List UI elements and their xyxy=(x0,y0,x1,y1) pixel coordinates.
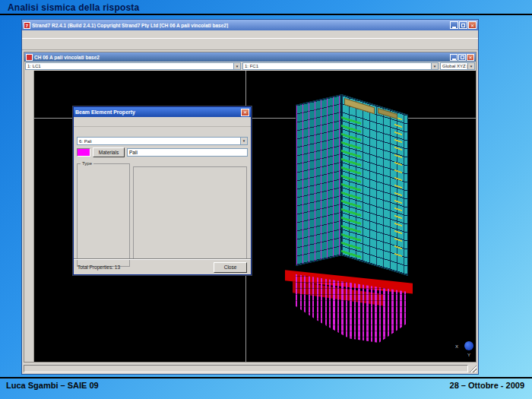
main-toolbar xyxy=(22,39,478,50)
entity-type-row xyxy=(74,127,251,136)
chevron-down-icon[interactable]: ▼ xyxy=(431,63,438,69)
dialog-close-button[interactable]: ✕ xyxy=(241,109,249,116)
model-window-title: CH 06 A pali vincolati base2 xyxy=(34,55,448,60)
app-logo-icon: 7 xyxy=(24,22,30,29)
total-properties-label: Total Properties: 13 xyxy=(78,264,214,270)
type-groupbox: Type xyxy=(77,163,130,267)
dialog-toolbar xyxy=(74,117,251,127)
child-close-button[interactable]: ✕ xyxy=(467,54,474,61)
app-titlebar[interactable]: 7 Strand7 R2.4.1 (Build 2.4.1) Copyright… xyxy=(22,20,478,30)
child-restore-button[interactable] xyxy=(458,54,466,61)
bottom-rule xyxy=(0,377,532,378)
property-name-row: Materials Pali xyxy=(74,146,251,158)
dialog-close-action-button[interactable]: Close xyxy=(214,262,247,273)
child-minimize-button[interactable] xyxy=(450,54,458,61)
app-title: Strand7 R2.4.1 (Build 2.4.1) Copyright S… xyxy=(32,23,448,28)
minimize-button[interactable] xyxy=(450,21,458,29)
dialog-footer: Total Properties: 13 Close xyxy=(74,259,251,274)
load-case-combo[interactable]: 1: LC1 ▼ xyxy=(25,62,241,70)
chevron-down-icon[interactable]: ▼ xyxy=(240,138,247,144)
property-color-swatch[interactable] xyxy=(77,148,90,157)
axis-triad-icon xyxy=(464,341,473,350)
slide-title: Analisi sismica della risposta xyxy=(8,2,139,13)
footer-author: Luca Sgambi – SAIE 09 xyxy=(6,381,99,390)
close-button[interactable]: ✕ xyxy=(468,21,477,29)
presentation-slide: { "slide": { "title": "Analisi sismica d… xyxy=(0,0,532,399)
axis-y-label: Y xyxy=(467,353,470,357)
resize-grip[interactable] xyxy=(469,365,477,372)
building-floor-slabs xyxy=(341,116,361,259)
footer-date: 28 – Ottobre - 2009 xyxy=(450,381,524,390)
status-filler xyxy=(24,365,468,372)
dialog-tabs xyxy=(133,157,247,166)
freedom-case-combo[interactable]: 1: FC1 ▼ xyxy=(242,62,439,70)
dialog-titlebar[interactable]: Beam Element Property ✕ xyxy=(74,107,251,117)
building-yellow-elements xyxy=(394,116,402,257)
type-group-label: Type xyxy=(81,161,93,166)
chevron-down-icon[interactable]: ▼ xyxy=(233,63,240,69)
property-select-combo[interactable]: 6: Pali ▼ xyxy=(77,137,248,145)
restore-button[interactable] xyxy=(459,21,467,29)
model-window-titlebar[interactable]: CH 06 A pali vincolati base2 ✕ xyxy=(24,52,476,62)
menu-bar xyxy=(22,30,478,39)
case-selector-row: 1: LC1 ▼ 1: FC1 ▼ Global XYZ [Cartesian]… xyxy=(24,62,476,71)
structural-tab-page xyxy=(133,166,247,259)
materials-button[interactable]: Materials xyxy=(93,147,125,157)
view-toolbar xyxy=(24,71,34,362)
dialog-title: Beam Element Property xyxy=(75,109,241,115)
model-window-icon xyxy=(26,54,33,61)
axis-x-label: X xyxy=(455,344,458,349)
beam-property-dialog: Beam Element Property ✕ 6: Pali ▼ Materi… xyxy=(73,106,252,275)
chevron-down-icon[interactable]: ▼ xyxy=(467,63,474,69)
coord-system-combo[interactable]: Global XYZ [Cartesian] ▼ xyxy=(440,62,475,70)
building-left-face xyxy=(296,94,341,266)
top-rule xyxy=(0,14,532,15)
status-bar xyxy=(23,363,477,373)
property-name-input[interactable]: Pali xyxy=(127,148,248,157)
